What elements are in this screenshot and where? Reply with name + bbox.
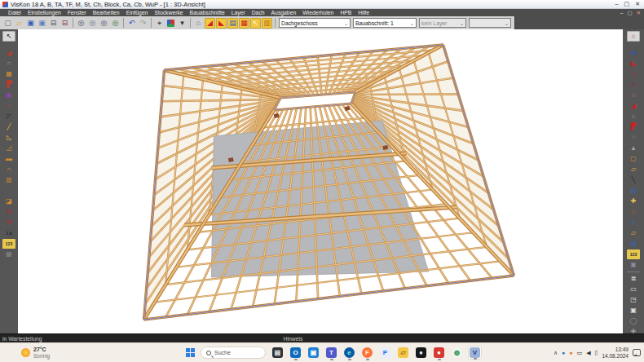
- onedrive-icon[interactable]: ●: [562, 350, 565, 355]
- combo-bauabschnitt-1[interactable]: Bauabschnitt: 1⌄: [353, 18, 417, 28]
- house-repair-tool-icon[interactable]: ⌂: [627, 207, 640, 217]
- wall-layers-icon[interactable]: ▤: [227, 18, 238, 29]
- menu-item-layer[interactable]: Layer: [228, 10, 249, 15]
- battery-icon[interactable]: ▯: [595, 350, 598, 355]
- outlook-icon[interactable]: O: [289, 346, 302, 360]
- save-as-icon[interactable]: ▣: [37, 18, 47, 29]
- notes-app-icon[interactable]: ▤: [271, 346, 285, 360]
- minimize-button[interactable]: –: [615, 1, 619, 7]
- menu-item-einfügen[interactable]: Einfügen: [123, 10, 152, 15]
- combo-empty[interactable]: ⌄: [469, 18, 511, 28]
- dimension-alt-tool-icon[interactable]: 123: [627, 249, 640, 259]
- combo-kein-layer[interactable]: kein Layer⌄: [419, 18, 466, 28]
- maximize-button[interactable]: ▢: [624, 1, 630, 7]
- tray-sync-icon[interactable]: ●: [569, 350, 572, 355]
- view-cube-icon[interactable]: [165, 18, 176, 29]
- notification-icon[interactable]: [633, 349, 641, 356]
- firefox-icon[interactable]: F: [360, 346, 374, 360]
- scale-tool-icon[interactable]: 1.0: [2, 228, 15, 238]
- pen-tool-icon[interactable]: ✎: [2, 186, 15, 196]
- zoom-object-icon[interactable]: ◎: [110, 18, 121, 29]
- undo-icon[interactable]: ↶: [126, 18, 137, 29]
- save-icon[interactable]: ▣: [25, 18, 36, 29]
- list-tool-icon[interactable]: ≣: [627, 274, 640, 284]
- basket-tool-icon[interactable]: ◪: [2, 196, 15, 206]
- folder-tool-icon[interactable]: ▱: [627, 228, 640, 238]
- beam-draw-tool-icon[interactable]: ╱: [2, 122, 15, 132]
- camera-app-icon[interactable]: ●: [414, 346, 428, 360]
- print-settings-icon[interactable]: ⊟: [60, 18, 70, 29]
- print-icon[interactable]: ⊟: [48, 18, 59, 29]
- paint-app-icon[interactable]: P: [378, 346, 392, 360]
- menu-item-hilfe[interactable]: Hilfe: [355, 10, 373, 15]
- menu-item-hpb[interactable]: HPB: [337, 10, 355, 15]
- perspective-tool-icon[interactable]: ▦: [2, 249, 15, 259]
- close-button[interactable]: ✕: [635, 1, 640, 7]
- zoom-in-icon[interactable]: ◎: [76, 18, 86, 29]
- select-mode-icon[interactable]: ↖: [250, 18, 261, 29]
- hammer-tool-icon[interactable]: ⚒: [2, 218, 15, 227]
- camera-tool-icon[interactable]: ▣: [627, 260, 640, 270]
- rect-empty-tool-icon[interactable]: ▭: [627, 285, 640, 294]
- zoom-window-icon[interactable]: ◎: [99, 18, 109, 29]
- menu-item-datei[interactable]: Datei: [5, 10, 24, 15]
- view-dropdown-icon[interactable]: ▾: [177, 18, 187, 29]
- mdi-restore-button[interactable]: ▢: [627, 10, 632, 16]
- view-3d-icon[interactable]: 3D: [627, 48, 640, 58]
- combo-dachgeschoss[interactable]: Dachgeschoss⌄: [279, 18, 351, 28]
- axis-cross-tool-icon[interactable]: ✚: [627, 196, 640, 206]
- wall-panel-tool-icon[interactable]: ▥: [627, 239, 640, 249]
- dome-tool-icon[interactable]: ∩: [2, 59, 15, 68]
- grid-panel-tool-icon[interactable]: ▦: [2, 69, 15, 79]
- corner-tool-icon[interactable]: ▛: [627, 122, 640, 132]
- red-app-icon[interactable]: ●: [432, 346, 446, 360]
- timber-piece-tool-icon[interactable]: ▱: [627, 165, 640, 174]
- redo-icon[interactable]: ↷: [138, 18, 148, 29]
- menu-item-einstellungen[interactable]: Einstellungen: [24, 10, 64, 15]
- stud-wall-tool-icon[interactable]: ▥: [2, 175, 15, 185]
- hammer-alt-tool-icon[interactable]: ⚒: [627, 133, 640, 143]
- timber-box-icon[interactable]: ▥: [262, 18, 272, 29]
- rect-corner-tool-icon[interactable]: ◳: [627, 295, 640, 305]
- menu-item-bauabschnitte[interactable]: Bauabschnitte: [187, 10, 228, 15]
- mdi-close-button[interactable]: ✕: [637, 10, 641, 16]
- arc-tool-icon[interactable]: ∩: [2, 165, 15, 174]
- window-tool-icon[interactable]: ▢: [627, 154, 640, 164]
- house-outline-tool-icon[interactable]: ⌂: [627, 90, 640, 100]
- project-house-icon[interactable]: ⌂: [627, 31, 640, 42]
- clock[interactable]: 13:49 14.08.2024: [602, 347, 629, 360]
- start-button[interactable]: [186, 348, 196, 358]
- select-cursor-icon[interactable]: ↖: [2, 31, 15, 42]
- new-file-icon[interactable]: ▢: [2, 18, 13, 29]
- circle-tool-icon[interactable]: ◯: [627, 316, 640, 326]
- photos-app-icon[interactable]: ▣: [307, 346, 320, 360]
- timber-beam-tool-icon[interactable]: ▬: [2, 154, 15, 164]
- menu-item-bearbeiten[interactable]: Bearbeiten: [90, 10, 123, 15]
- wireframe-house-icon[interactable]: ⌂: [193, 18, 204, 29]
- teams-icon[interactable]: T: [324, 346, 338, 360]
- roof-wall-tool-icon[interactable]: ◢: [2, 48, 15, 58]
- menu-item-dach[interactable]: Dach: [249, 10, 268, 15]
- roof-view-icon[interactable]: ◢: [205, 18, 215, 29]
- rect-fill-tool-icon[interactable]: ▣: [627, 306, 640, 316]
- viewport[interactable]: [18, 29, 623, 333]
- tray-chevron-icon[interactable]: ∧: [554, 350, 558, 355]
- house-a-tool-icon[interactable]: ⌂: [627, 69, 640, 79]
- roof-edit-icon[interactable]: ◣: [216, 18, 227, 29]
- panel-tool-icon[interactable]: ▤: [627, 186, 640, 196]
- menu-item-ausgaben[interactable]: Ausgaben: [268, 10, 300, 15]
- line-tool-icon[interactable]: ╲: [627, 175, 640, 185]
- roof-flag-tool-icon[interactable]: ◣: [627, 59, 640, 68]
- globe-app-icon[interactable]: ◍: [450, 346, 464, 360]
- volume-icon[interactable]: ◀: [586, 350, 590, 355]
- delete-tool-icon[interactable]: ✕: [2, 207, 15, 217]
- roof-small-tool-icon[interactable]: ◢: [627, 101, 640, 111]
- roof-3d-view[interactable]: [18, 29, 623, 333]
- center-view-icon[interactable]: ⌖: [154, 18, 165, 29]
- house-tool-icon[interactable]: ⌂: [2, 101, 15, 111]
- zoom-out-icon[interactable]: ◎: [87, 18, 98, 29]
- menu-item-stockwerke[interactable]: Stockwerke: [151, 10, 186, 15]
- open-file-icon[interactable]: ▱: [14, 18, 24, 29]
- menu-item-wiederholen[interactable]: Wiederholen: [299, 10, 337, 15]
- house-b-tool-icon[interactable]: ⌂: [627, 80, 640, 90]
